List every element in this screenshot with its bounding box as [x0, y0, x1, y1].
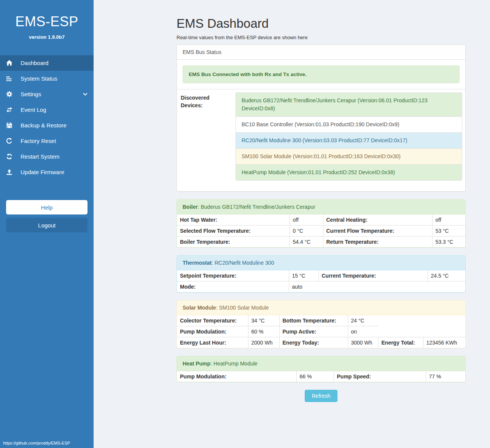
sidebar-item-label: Update Firmware [21, 169, 64, 175]
sidebar-item-factory-reset[interactable]: Factory Reset [0, 133, 94, 149]
sidebar-item-settings[interactable]: Settings [0, 86, 94, 102]
sidebar-item-label: Settings [21, 91, 41, 97]
thermostat-table: Setpoint Temperature: 15 °C Current Temp… [177, 270, 465, 292]
thermostat-panel-header: Thermostat: RC20/Nefit Moduline 300 [177, 256, 465, 270]
sidebar-buttons: Help Logout [6, 200, 88, 232]
refresh-button[interactable]: Refresh [305, 390, 337, 402]
solar-module-panel-header: Solar Module: SM100 Solar Module [177, 300, 465, 315]
panel-title: Thermostat [183, 260, 212, 266]
table-row: Boiler Temperature: 54.4 °C Return Tempe… [177, 237, 465, 248]
sidebar-item-restart-system[interactable]: Restart System [0, 149, 94, 164]
sidebar-item-label: Backup & Restore [21, 122, 67, 129]
upload-icon [6, 169, 13, 175]
sidebar-item-dashboard[interactable]: Dashboard [0, 55, 94, 71]
sidebar-item-label: System Status [21, 75, 57, 82]
system-status-icon [6, 75, 13, 82]
ems-bus-status-header: EMS Bus Status [177, 45, 465, 60]
sidebar-item-event-log[interactable]: Event Log [0, 102, 94, 118]
boiler-table: Hot Tap Water: off Central Heating: off … [177, 214, 465, 247]
panel-subtitle: : RC20/Nefit Moduline 300 [212, 260, 274, 266]
thermostat-panel: Thermostat: RC20/Nefit Moduline 300 Setp… [177, 255, 466, 292]
boiler-panel-header: Boiler: Buderus GB172/Nefit Trendline/Ju… [177, 200, 465, 214]
discovered-devices-row: Discovered Devices: Buderus GB172/Nefit … [177, 89, 465, 191]
page-title: EMS Dashboard [177, 16, 466, 31]
table-row: Hot Tap Water: off Central Heating: off [177, 214, 465, 226]
ems-bus-status-body: EMS Bus Connected with both Rx and Tx ac… [177, 60, 465, 89]
heat-pump-panel-header: Heat Pump: HeatPump Module [177, 356, 465, 371]
solar-module-panel: Solar Module: SM100 Solar Module Colecto… [177, 300, 466, 348]
sidebar-item-label: Restart System [21, 153, 60, 160]
page-subtitle: Real-time values from the EMS-ESP device… [177, 35, 466, 40]
sidebar-item-system-status[interactable]: System Status [0, 71, 94, 86]
exchange-arrows-icon [6, 106, 13, 113]
chevron-down-icon [83, 93, 88, 96]
table-row: Selected Flow Temperature: 0 °C Current … [177, 226, 465, 237]
table-row: Energy Last Hour: 2000 Wh Energy Today: … [177, 337, 465, 348]
bus-connected-alert: EMS Bus Connected with both Rx and Tx ac… [183, 65, 460, 83]
list-item: SM100 Solar Module (Version:01.01 Produc… [235, 148, 462, 165]
logout-button[interactable]: Logout [6, 218, 88, 232]
sidebar-item-label: Dashboard [21, 60, 48, 66]
sidebar-nav: Dashboard System Status [0, 55, 94, 180]
table-row: Mode: auto [177, 281, 465, 292]
help-button[interactable]: Help [6, 200, 88, 214]
gear-icon [6, 91, 13, 97]
heat-pump-table: Pump Modulation: 66 % Pump Speed: 77 % [177, 371, 465, 382]
list-item: HeatPump Module (Version:01.01 ProductID… [235, 164, 462, 181]
panel-subtitle: : HeatPump Module [210, 361, 258, 367]
brand-title: EMS-ESP [0, 14, 94, 30]
panel-title: Heat Pump [183, 361, 210, 367]
solar-module-table: Colector Temperature: 34 °C Bottom Tempe… [177, 315, 465, 348]
boiler-panel: Boiler: Buderus GB172/Nefit Trendline/Ju… [177, 199, 466, 248]
list-item: Buderus GB172/Nefit Trendline/Junkers Ce… [235, 92, 462, 117]
table-row: Colector Temperature: 34 °C Bottom Tempe… [177, 315, 465, 326]
main-content: EMS Dashboard Real-time values from the … [94, 0, 490, 425]
brand-version: version 1.9.0b7 [0, 34, 94, 40]
brand: EMS-ESP version 1.9.0b7 [0, 0, 94, 40]
discovered-devices-label: Discovered Devices: [180, 92, 235, 188]
panel-subtitle: : SM100 Solar Module [216, 305, 269, 311]
table-row: Pump Modulation: 66 % Pump Speed: 77 % [177, 371, 465, 382]
refresh-icon [6, 153, 13, 160]
sidebar-item-label: Factory Reset [21, 138, 56, 144]
table-row: Setpoint Temperature: 15 °C Current Temp… [177, 270, 465, 281]
device-list: Buderus GB172/Nefit Trendline/Junkers Ce… [235, 92, 462, 181]
heat-pump-panel: Heat Pump: HeatPump Module Pump Modulati… [177, 356, 466, 382]
home-icon [6, 60, 13, 66]
panel-title: Solar Module [183, 305, 216, 311]
ems-bus-status-panel: EMS Bus Status EMS Bus Connected with bo… [177, 44, 466, 192]
sidebar-item-label: Event Log [21, 106, 46, 113]
list-item: RC20/Nefit Moduline 300 (Version:03.03 P… [235, 132, 462, 149]
github-link[interactable]: https://github.com/proddy/EMS-ESP [3, 441, 70, 445]
sidebar: EMS-ESP version 1.9.0b7 Dashboard System… [0, 0, 94, 448]
sidebar-item-update-firmware[interactable]: Update Firmware [0, 164, 94, 180]
sidebar-item-backup-restore[interactable]: Backup & Restore [0, 118, 94, 133]
panel-title: Boiler [183, 204, 198, 210]
floppy-disk-icon [6, 122, 13, 129]
panel-subtitle: : Buderus GB172/Nefit Trendline/Junkers … [198, 204, 315, 210]
list-item: BC10 Base Controller (Version:01.03 Prod… [235, 116, 462, 133]
reset-arrow-icon [6, 138, 13, 144]
